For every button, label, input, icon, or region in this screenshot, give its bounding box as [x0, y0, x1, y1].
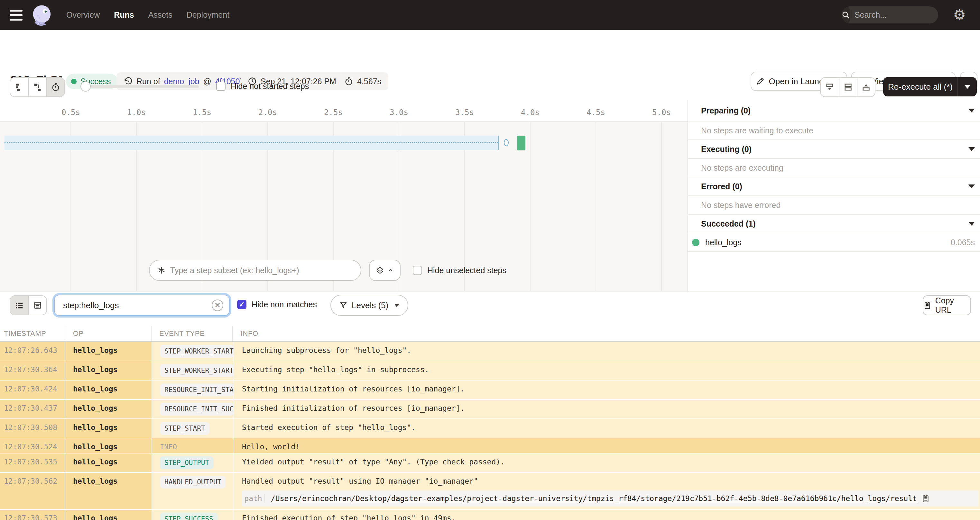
succeeded-step-row[interactable]: hello_logs 0.065s	[688, 233, 980, 252]
section-executing[interactable]: Executing (0)	[688, 140, 980, 159]
col-op[interactable]: OP	[65, 326, 151, 341]
nav-item-overview[interactable]: Overview	[66, 10, 100, 20]
leader-dotted-line	[5, 142, 498, 143]
reexecute-all-button[interactable]: Re-execute all (*)	[883, 77, 977, 97]
step-success-bar[interactable]	[517, 136, 525, 151]
log-structured-view-button[interactable]	[28, 296, 46, 315]
settings-gear-icon[interactable]: ⚙	[953, 6, 966, 24]
split-panes-button[interactable]	[839, 78, 857, 97]
axis-tick: 1.5s	[186, 108, 218, 117]
axis-tick: 4.0s	[514, 108, 546, 117]
log-table-header: TIMESTAMP OP EVENT TYPE INFO	[0, 326, 980, 342]
log-section: ✕ ✓ Hide non-matches Levels (5) Copy URL…	[0, 292, 980, 520]
hide-nonmatches-label: Hide non-matches	[251, 300, 317, 309]
collapse-caret-icon	[969, 222, 975, 226]
view-waterfall-button[interactable]	[28, 78, 46, 97]
col-event-type[interactable]: EVENT TYPE	[151, 326, 232, 341]
levels-filter-button[interactable]: Levels (5)	[331, 295, 408, 316]
log-list-view-button[interactable]	[10, 296, 28, 315]
pane-up-icon	[862, 82, 870, 92]
hide-unselected-checkbox[interactable]	[413, 266, 422, 275]
run-header: 219c7b51 Success Run of demo_job @ 4f105…	[0, 30, 980, 72]
nav-item-assets[interactable]: Assets	[148, 10, 172, 20]
step-name: hello_logs	[705, 238, 741, 247]
event-type-chip: RESOURCE_INIT_STAR…	[160, 384, 234, 396]
log-row[interactable]: 12:07:30.424 hello_logs RESOURCE_INIT_ST…	[0, 380, 980, 399]
step-subset-field[interactable]	[149, 260, 361, 281]
pane-layout-toggle	[820, 77, 875, 97]
clipboard-icon	[923, 301, 931, 309]
step-duration: 0.065s	[951, 238, 975, 247]
gantt-zoom-slider[interactable]	[80, 77, 199, 96]
axis-tick: 4.5s	[580, 108, 612, 117]
col-timestamp[interactable]: TIMESTAMP	[0, 326, 65, 341]
log-row[interactable]: 12:07:30.573 hello_logs STEP_SUCCESS Fin…	[0, 510, 980, 520]
hide-not-started-label: Hide not started steps	[231, 82, 309, 91]
section-errored[interactable]: Errored (0)	[688, 178, 980, 196]
top-nav: Overview Runs Assets Deployment / ⚙	[0, 0, 980, 30]
event-type-chip: STEP_SUCCESS	[160, 513, 218, 520]
log-row[interactable]: 12:07:30.524 hello_logs INFO Hello, worl…	[0, 438, 980, 453]
op-selector-icon	[158, 266, 166, 274]
section-preparing[interactable]: Preparing (0)	[688, 100, 980, 122]
log-row[interactable]: 12:07:30.535 hello_logs STEP_OUTPUT Yiel…	[0, 453, 980, 472]
status-dot-icon	[71, 79, 76, 84]
axis-tick: 2.5s	[317, 108, 349, 117]
collapse-caret-icon	[969, 147, 975, 151]
filter-funnel-icon	[339, 301, 347, 309]
stopwatch-icon	[344, 77, 353, 86]
hide-nonmatches-checkbox[interactable]: ✓	[237, 300, 247, 309]
hide-unselected-label: Hide unselected steps	[427, 266, 506, 275]
clear-filter-icon[interactable]: ✕	[212, 300, 223, 311]
log-filter-field[interactable]: ✕	[54, 295, 230, 316]
nav-item-runs[interactable]: Runs	[114, 10, 134, 20]
nav-item-deployment[interactable]: Deployment	[187, 10, 229, 20]
global-search[interactable]: /	[842, 6, 938, 24]
gantt-view-mode-toggle	[10, 77, 65, 97]
step-subset-controls: Hide unselected steps	[149, 260, 506, 281]
caret-down-icon	[964, 85, 970, 89]
step-waiting-band	[5, 136, 499, 150]
log-row[interactable]: 12:07:30.562 hello_logs HANDLED_OUTPUT H…	[0, 473, 980, 509]
log-view-toggle	[10, 295, 47, 315]
graph-query-options-button[interactable]	[369, 260, 401, 281]
event-type-plain: INFO	[160, 441, 177, 451]
event-type-chip: STEP_OUTPUT	[160, 457, 214, 469]
errored-empty-message: No steps have errored	[688, 196, 980, 215]
preparing-empty-message: No steps are waiting to execute	[688, 122, 980, 140]
log-row[interactable]: 12:07:30.364 hello_logs STEP_WORKER_STAR…	[0, 361, 980, 380]
waterfall-icon	[33, 82, 42, 92]
section-succeeded[interactable]: Succeeded (1)	[688, 215, 980, 233]
event-type-chip: STEP_WORKER_STARTI…	[160, 345, 234, 358]
gantt-plot-area: Hide unselected steps	[0, 122, 687, 291]
event-type-chip: RESOURCE_INIT_SUCC…	[160, 403, 234, 415]
slider-track[interactable]	[85, 85, 199, 88]
reexecute-label: Re-execute all (*)	[883, 82, 958, 92]
log-row[interactable]: 12:07:30.508 hello_logs STEP_START Start…	[0, 419, 980, 438]
hamburger-menu-icon[interactable]	[0, 0, 31, 30]
chevron-up-small-icon	[387, 267, 394, 274]
slider-handle[interactable]	[80, 81, 91, 92]
at-symbol: @	[203, 77, 211, 86]
search-input[interactable]	[850, 10, 938, 20]
reexecute-dropdown-button[interactable]	[958, 85, 977, 89]
chevron-down-icon	[394, 304, 399, 307]
step-subset-input[interactable]	[170, 266, 353, 275]
copy-url-button[interactable]: Copy URL	[923, 295, 971, 315]
log-filter-input[interactable]	[63, 301, 212, 311]
hide-not-started-checkbox[interactable]	[216, 82, 226, 91]
view-flat-button[interactable]	[10, 78, 28, 97]
output-path-link[interactable]: /Users/erincochran/Desktop/dagster-examp…	[271, 494, 917, 503]
expand-bottom-pane-button[interactable]	[821, 78, 839, 97]
log-row[interactable]: 12:07:26.643 hello_logs STEP_WORKER_STAR…	[0, 342, 980, 361]
event-type-chip: STEP_WORKER_STARTED	[160, 364, 234, 377]
copy-path-icon[interactable]	[921, 494, 930, 503]
col-info[interactable]: INFO	[232, 326, 980, 341]
view-timed-button[interactable]	[46, 78, 64, 97]
dagster-logo-icon[interactable]	[31, 4, 53, 26]
dagster-run-page: Overview Runs Assets Deployment / ⚙ 219c…	[0, 0, 980, 520]
expand-top-pane-button[interactable]	[857, 78, 875, 97]
log-row[interactable]: 12:07:30.437 hello_logs RESOURCE_INIT_SU…	[0, 400, 980, 419]
output-path-box: path /Users/erincochran/Desktop/dagster-…	[242, 490, 979, 506]
hide-unselected-control: Hide unselected steps	[413, 266, 506, 275]
